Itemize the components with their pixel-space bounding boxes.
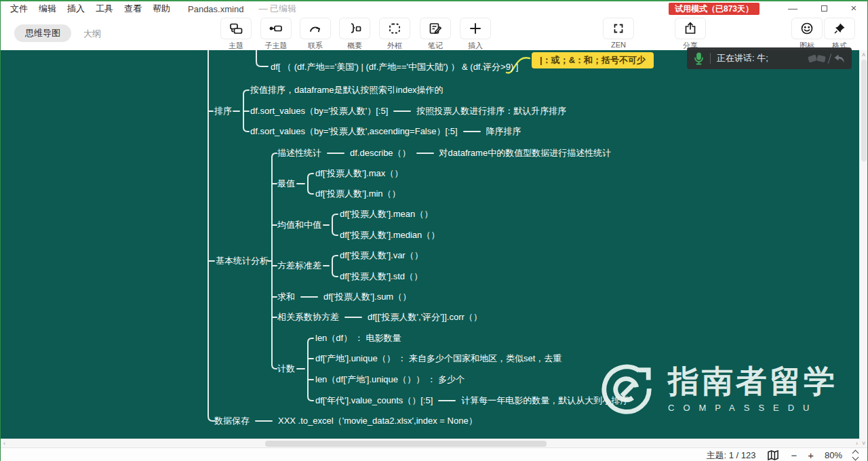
insert-label: 插入 xyxy=(455,41,496,51)
chevron-down-icon xyxy=(852,454,859,461)
branch-line xyxy=(344,317,362,318)
node-count-valuecounts[interactable]: df['年代'].value_counts（）[:5]计算每一年电影的数量，默认… xyxy=(315,395,629,407)
slash-divider xyxy=(828,54,832,64)
scroll-up-caret[interactable]: ˄ xyxy=(862,52,865,58)
node-count-unique[interactable]: df['产地'].unique（） ： 来自多少个国家和地区，类似set，去重 xyxy=(315,353,561,365)
insert-button[interactable] xyxy=(460,18,490,39)
app-window: 文件 编辑 插入 工具 查看 帮助 Pandas.xmind — 已编辑 试用模… xyxy=(0,0,868,461)
divider xyxy=(710,53,711,64)
horizontal-scroll-thumb[interactable] xyxy=(265,441,547,447)
summary-button[interactable] xyxy=(340,18,370,39)
scroll-down-caret[interactable]: ˅ xyxy=(862,440,865,447)
boundary-icon xyxy=(387,21,402,36)
node-sort-note[interactable]: 按值排序，dataframe是默认按照索引index操作的 xyxy=(250,84,443,96)
node-meanmedian[interactable]: 均值和中值 xyxy=(277,219,321,231)
node-count[interactable]: 计数 xyxy=(277,363,295,375)
vertical-scroll-thumb[interactable] xyxy=(861,60,867,161)
trial-mode-badge[interactable]: 试用模式（已873天） xyxy=(669,3,760,15)
node-count-len[interactable]: len（df） ： 电影数量 xyxy=(315,332,401,344)
window-minimize-button[interactable]: — xyxy=(782,1,804,16)
format-button[interactable] xyxy=(825,18,854,39)
relationship-button[interactable] xyxy=(300,18,330,39)
reply-arrow-icon[interactable] xyxy=(834,54,845,63)
branch-line xyxy=(438,400,456,401)
subtopic-label: 子主题 xyxy=(256,41,296,51)
summary-icon xyxy=(347,21,362,36)
branch-line xyxy=(416,153,434,154)
relationship-icon xyxy=(308,21,323,36)
zoom-level[interactable]: 80% xyxy=(825,450,842,460)
menu-insert[interactable]: 插入 xyxy=(67,3,85,15)
zen-button[interactable] xyxy=(604,18,633,39)
node-describe[interactable]: 描述性统计df.describe（）对dataframe中的数值型数据进行描述性… xyxy=(277,147,611,159)
summary-label: 概要 xyxy=(334,41,375,51)
topic-label: 主题 xyxy=(216,41,256,51)
voice-status-text: 正在讲话: 牛; xyxy=(717,52,768,64)
branch-line xyxy=(393,111,411,112)
topic-counter: 主题: 1 / 123 xyxy=(706,449,755,461)
node-filter[interactable]: df[ （ (df.产地=='美国') | (df.产地=='中国大陆') ） … xyxy=(271,61,518,73)
node-max[interactable]: df['投票人数'].max（） xyxy=(315,167,403,180)
voice-notification: 正在讲话: 牛; xyxy=(687,47,852,69)
notes-icon xyxy=(428,21,443,36)
menu-edit[interactable]: 编辑 xyxy=(39,3,56,15)
menu-tools[interactable]: 工具 xyxy=(96,3,113,15)
notes-label: 笔记 xyxy=(415,41,456,51)
node-minmax[interactable]: 最值 xyxy=(277,178,295,190)
menu-file[interactable]: 文件 xyxy=(10,3,28,15)
branch-line xyxy=(255,420,273,422)
window-close-button[interactable]: × xyxy=(843,1,865,16)
zoom-stepper[interactable] xyxy=(853,451,858,460)
branch-line xyxy=(300,296,318,298)
smiley-icon xyxy=(800,21,814,36)
node-std[interactable]: df['投票人数'].std（） xyxy=(340,270,422,283)
toolbar: 思维导图 大纲 主题 子主题 联系 概要 外框 笔记 插入 xyxy=(1,16,867,50)
tab-mindmap[interactable]: 思维导图 xyxy=(14,24,71,42)
share-button[interactable] xyxy=(675,18,705,39)
notes-button[interactable] xyxy=(420,18,450,39)
node-save[interactable]: 数据保存XXX .to_excel（'movie_data2.xlsx',ind… xyxy=(214,415,477,427)
raise-hand-icon[interactable] xyxy=(816,54,826,62)
node-mean[interactable]: df['投票人数'].mean（） xyxy=(340,208,433,220)
node-varstd[interactable]: 方差标准差 xyxy=(277,260,321,272)
node-corr[interactable]: 相关系数协方差df[['投票人数','评分']].corr（） xyxy=(277,311,482,323)
vertical-scrollbar[interactable]: ˄ ˅ xyxy=(859,50,867,447)
zoom-out-button[interactable]: − xyxy=(791,450,797,460)
document-title: Pandas.xmind xyxy=(188,4,243,14)
node-sort-asc[interactable]: df.sort_values（by='投票人数'）[:5]按照投票人数进行排序：… xyxy=(250,105,566,117)
insert-plus-icon xyxy=(468,21,483,36)
zoom-in-button[interactable]: + xyxy=(808,450,814,460)
scroll-left-caret[interactable]: ‹ xyxy=(3,440,5,447)
markers-button[interactable] xyxy=(792,18,822,39)
node-sort[interactable]: 排序 xyxy=(214,105,232,117)
node-min[interactable]: df['投票人数'].min（） xyxy=(315,188,401,200)
node-count-lenunique[interactable]: len（df['产地'].unique（）） ： 多少个 xyxy=(315,374,465,386)
menu-view[interactable]: 查看 xyxy=(124,3,142,15)
topic-button[interactable] xyxy=(221,18,251,39)
mindmap-canvas[interactable]: df[ （ (df.产地=='美国') | (df.产地=='中国大陆') ） … xyxy=(1,50,861,439)
node-median[interactable]: df['投票人数'].median（） xyxy=(340,229,439,241)
raise-hand-icon[interactable] xyxy=(808,54,817,62)
node-var[interactable]: df['投票人数'].var（） xyxy=(340,249,423,262)
node-sum[interactable]: 求和df['投票人数'].sum（） xyxy=(277,291,411,303)
zen-label: ZEN xyxy=(598,41,639,49)
branch-line xyxy=(327,153,344,154)
map-overview-icon[interactable] xyxy=(766,449,780,461)
relationship-label: 联系 xyxy=(295,41,336,51)
menu-help[interactable]: 帮助 xyxy=(153,3,170,15)
maximize-icon xyxy=(821,5,827,12)
node-stats[interactable]: 基本统计分析 xyxy=(216,255,269,267)
subtopic-icon xyxy=(269,21,283,36)
tab-outline[interactable]: 大纲 xyxy=(83,28,101,40)
subtopic-button[interactable] xyxy=(261,18,291,39)
horizontal-scrollbar[interactable]: ‹ › xyxy=(1,439,861,447)
scroll-right-caret[interactable]: › xyxy=(856,440,858,447)
format-pin-icon xyxy=(832,21,847,36)
note-callout[interactable]: |：或；&：和；括号不可少 xyxy=(532,52,654,68)
window-maximize-button[interactable] xyxy=(813,1,835,16)
node-sort-desc[interactable]: df.sort_values（by='投票人数',ascending=False… xyxy=(250,125,521,138)
share-icon xyxy=(683,21,698,36)
boundary-button[interactable] xyxy=(380,18,410,39)
branch-line xyxy=(463,131,481,132)
zen-icon xyxy=(611,21,626,36)
